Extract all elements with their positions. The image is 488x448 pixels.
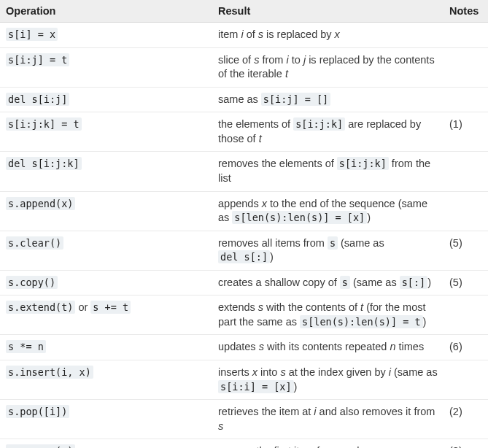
- operation-cell: s.clear(): [0, 231, 212, 270]
- table-row: s.append(x)appends x to the end of the s…: [0, 191, 488, 231]
- table-row: s *= nupdates s with its contents repeat…: [0, 335, 488, 360]
- table-row: del s[i:j:k]removes the elements of s[i:…: [0, 152, 488, 191]
- operation-cell: s.extend(t) or s += t: [0, 296, 212, 335]
- table-row: s[i:j] = tslice of s from i to j is repl…: [0, 47, 488, 87]
- mutable-sequence-ops-table: Operation Result Notes s[i] = xitem i of…: [0, 0, 488, 448]
- notes-cell: (6): [444, 335, 488, 360]
- operation-cell: s.append(x): [0, 191, 212, 231]
- notes-cell: [444, 87, 488, 112]
- notes-cell: [444, 152, 488, 191]
- operation-cell: s[i:j:k] = t: [0, 112, 212, 152]
- table-row: s.clear()removes all items from s (same …: [0, 231, 488, 270]
- operation-cell: s.pop([i]): [0, 400, 212, 439]
- operation-cell: s[i] = x: [0, 23, 212, 48]
- table-row: del s[i:j]same as s[i:j] = []: [0, 87, 488, 112]
- table-row: s[i] = xitem i of s is replaced by x: [0, 23, 488, 48]
- operation-cell: s *= n: [0, 335, 212, 360]
- notes-cell: (5): [444, 231, 488, 270]
- operation-cell: del s[i:j:k]: [0, 152, 212, 191]
- table-row: s.extend(t) or s += textends s with the …: [0, 296, 488, 335]
- table-row: s.copy()creates a shallow copy of s (sam…: [0, 270, 488, 296]
- result-cell: removes the elements of s[i:j:k] from th…: [212, 152, 444, 191]
- table-row: s.insert(i, x)inserts x into s at the in…: [0, 360, 488, 400]
- result-cell: creates a shallow copy of s (same as s[:…: [212, 270, 444, 296]
- result-cell: the elements of s[i:j:k] are replaced by…: [212, 112, 444, 152]
- table-header-row: Operation Result Notes: [0, 0, 488, 23]
- notes-cell: [444, 360, 488, 400]
- operation-cell: del s[i:j]: [0, 87, 212, 112]
- notes-cell: (5): [444, 270, 488, 296]
- header-notes: Notes: [444, 0, 488, 23]
- operation-cell: s[i:j] = t: [0, 47, 212, 87]
- header-operation: Operation: [0, 0, 212, 23]
- table-row: s[i:j:k] = tthe elements of s[i:j:k] are…: [0, 112, 488, 152]
- notes-cell: (1): [444, 112, 488, 152]
- result-cell: slice of s from i to j is replaced by th…: [212, 47, 444, 87]
- result-cell: removes all items from s (same as del s[…: [212, 231, 444, 270]
- result-cell: updates s with its contents repeated n t…: [212, 335, 444, 360]
- result-cell: same as s[i:j] = []: [212, 87, 444, 112]
- notes-cell: [444, 296, 488, 335]
- operation-cell: s.copy(): [0, 270, 212, 296]
- result-cell: remove the first item from s where s[i] …: [212, 439, 444, 448]
- result-cell: item i of s is replaced by x: [212, 23, 444, 48]
- table-row: s.remove(x)remove the first item from s …: [0, 439, 488, 448]
- notes-cell: [444, 23, 488, 48]
- operation-cell: s.insert(i, x): [0, 360, 212, 400]
- result-cell: retrieves the item at i and also removes…: [212, 400, 444, 439]
- notes-cell: [444, 47, 488, 87]
- notes-cell: (2): [444, 400, 488, 439]
- notes-cell: [444, 191, 488, 231]
- result-cell: inserts x into s at the index given by i…: [212, 360, 444, 400]
- notes-cell: (3): [444, 439, 488, 448]
- header-result: Result: [212, 0, 444, 23]
- operation-cell: s.remove(x): [0, 439, 212, 448]
- result-cell: appends x to the end of the sequence (sa…: [212, 191, 444, 231]
- result-cell: extends s with the contents of t (for th…: [212, 296, 444, 335]
- table-row: s.pop([i])retrieves the item at i and al…: [0, 400, 488, 439]
